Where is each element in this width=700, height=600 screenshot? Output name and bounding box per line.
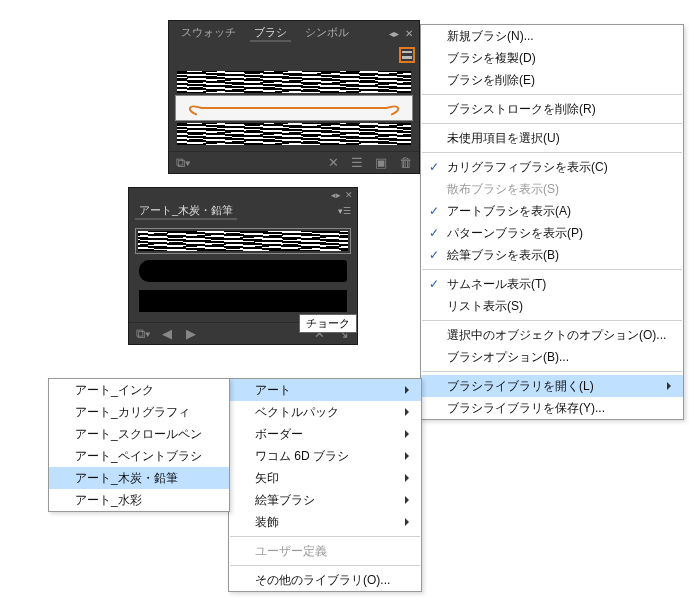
libmenu-user[interactable]: ユーザー定義 xyxy=(229,540,421,562)
artmenu-charcoal[interactable]: アート_木炭・鉛筆 xyxy=(49,467,229,489)
panel-body xyxy=(169,63,419,151)
libmenu-arrow[interactable]: 矢印 xyxy=(229,467,421,489)
menu-new-brush[interactable]: 新規ブラシ(N)... xyxy=(421,25,683,47)
brush-stroke-3[interactable] xyxy=(175,121,413,147)
next-icon[interactable]: ▶ xyxy=(183,326,199,342)
artmenu-watercolor[interactable]: アート_水彩 xyxy=(49,489,229,511)
menu-save-library[interactable]: ブラシライブラリを保存(Y)... xyxy=(421,397,683,419)
menu-show-bristle[interactable]: 絵筆ブラシを表示(B) xyxy=(421,244,683,266)
flyout-menu: 新規ブラシ(N)... ブラシを複製(D) ブラシを削除(E) ブラシストローク… xyxy=(420,24,684,420)
flyout-menu-button[interactable] xyxy=(399,47,415,63)
panel-footer: ⧉▾ ✕ ☰ ▣ 🗑 xyxy=(169,151,419,173)
panel-title: アート_木炭・鉛筆 xyxy=(135,203,237,220)
library-submenu: アート ベクトルパック ボーダー ワコム 6D ブラシ 矢印 絵筆ブラシ 装飾 … xyxy=(228,378,422,592)
libmenu-border[interactable]: ボーダー xyxy=(229,423,421,445)
brush-charcoal-1[interactable] xyxy=(135,228,351,254)
artmenu-scroll[interactable]: アート_スクロールペン xyxy=(49,423,229,445)
artmenu-paint[interactable]: アート_ペイントブラシ xyxy=(49,445,229,467)
tab-symbols[interactable]: シンボル xyxy=(301,25,353,42)
libmenu-bristle[interactable]: 絵筆ブラシ xyxy=(229,489,421,511)
menu-remove-stroke[interactable]: ブラシストロークを削除(R) xyxy=(421,98,683,120)
brush-stroke-2[interactable] xyxy=(175,95,413,121)
libmenu-art[interactable]: アート xyxy=(229,379,421,401)
brush-stroke-1[interactable] xyxy=(175,69,413,95)
art-submenu: アート_インク アート_カリグラフィ アート_スクロールペン アート_ペイントブ… xyxy=(48,378,230,512)
menu-show-scatter[interactable]: 散布ブラシを表示(S) xyxy=(421,178,683,200)
flyout-menu-button[interactable]: ▾☰ xyxy=(338,206,351,216)
library-icon[interactable]: ⧉▾ xyxy=(135,326,151,342)
tab-brushes[interactable]: ブラシ xyxy=(250,25,291,42)
libmenu-deco[interactable]: 装飾 xyxy=(229,511,421,533)
delete-icon[interactable]: 🗑 xyxy=(397,155,413,171)
collapse-arrows-icon[interactable]: ◂▸ xyxy=(389,28,399,39)
collapse-arrows-icon[interactable]: ◂▸ xyxy=(331,190,341,200)
artmenu-ink[interactable]: アート_インク xyxy=(49,379,229,401)
tab-swatches[interactable]: スウォッチ xyxy=(177,25,240,42)
menu-duplicate-brush[interactable]: ブラシを複製(D) xyxy=(421,47,683,69)
menu-select-unused[interactable]: 未使用項目を選択(U) xyxy=(421,127,683,149)
close-icon[interactable]: ✕ xyxy=(345,190,353,200)
panel-header: スウォッチ ブラシ シンボル ◂▸ ✕ xyxy=(169,21,419,45)
brush-tooltip: チョーク xyxy=(299,314,357,333)
brush-charcoal-2[interactable] xyxy=(135,258,351,284)
menu-delete-brush[interactable]: ブラシを削除(E) xyxy=(421,69,683,91)
prev-icon[interactable]: ◀ xyxy=(159,326,175,342)
menu-open-library[interactable]: ブラシライブラリを開く(L) xyxy=(421,375,683,397)
libmenu-vector[interactable]: ベクトルパック xyxy=(229,401,421,423)
brush-charcoal-3[interactable] xyxy=(135,288,351,314)
menu-selection-options[interactable]: 選択中のオブジェクトのオプション(O)... xyxy=(421,324,683,346)
menu-list-view[interactable]: リスト表示(S) xyxy=(421,295,683,317)
library-icon[interactable]: ⧉▾ xyxy=(175,155,191,171)
libmenu-other[interactable]: その他のライブラリ(O)... xyxy=(229,569,421,591)
panel-body: チョーク xyxy=(129,222,357,322)
libmenu-wacom[interactable]: ワコム 6D ブラシ xyxy=(229,445,421,467)
artmenu-calligraphy[interactable]: アート_カリグラフィ xyxy=(49,401,229,423)
remove-stroke-icon[interactable]: ✕ xyxy=(325,155,341,171)
close-icon[interactable]: ✕ xyxy=(405,28,413,39)
brushes-panel: スウォッチ ブラシ シンボル ◂▸ ✕ ⧉▾ ✕ ☰ ▣ 🗑 xyxy=(168,20,420,174)
options-icon[interactable]: ☰ xyxy=(349,155,365,171)
menu-show-pattern[interactable]: パターンブラシを表示(P) xyxy=(421,222,683,244)
new-brush-icon[interactable]: ▣ xyxy=(373,155,389,171)
menu-brush-options[interactable]: ブラシオプション(B)... xyxy=(421,346,683,368)
menu-thumbnail-view[interactable]: サムネール表示(T) xyxy=(421,273,683,295)
menu-show-art[interactable]: アートブラシを表示(A) xyxy=(421,200,683,222)
menu-show-calligraphic[interactable]: カリグラフィブラシを表示(C) xyxy=(421,156,683,178)
charcoal-panel: ◂▸✕ アート_木炭・鉛筆 ▾☰ チョーク ⧉▾ ◀ ▶ ✕ ↘ xyxy=(128,187,358,345)
